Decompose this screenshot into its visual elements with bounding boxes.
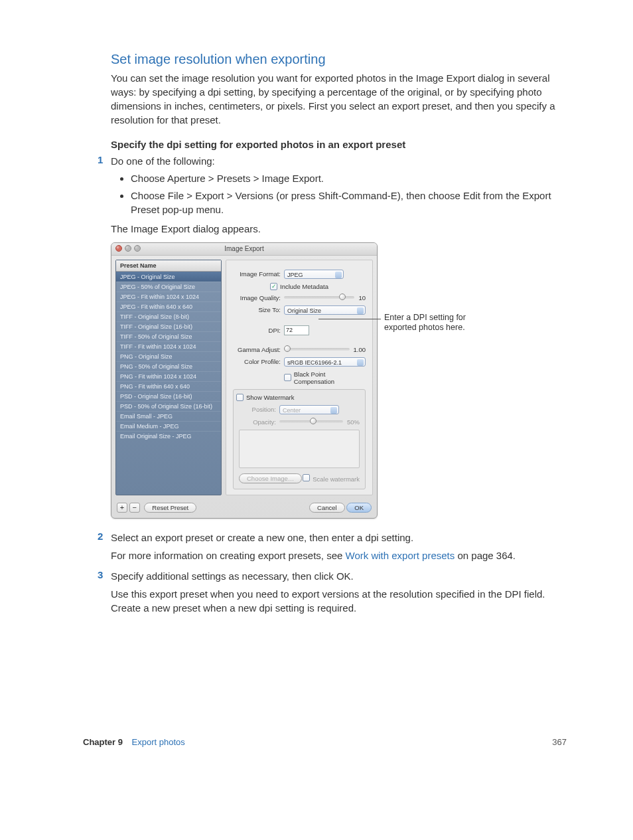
image-quality-value: 10 [358, 294, 366, 301]
settings-pane: Image Format: JPEG ✓ Include Metadata Im… [226, 260, 373, 495]
preset-item[interactable]: PNG - 50% of Original Size [116, 361, 221, 371]
preset-item[interactable]: TIFF - Fit within 1024 x 1024 [116, 341, 221, 351]
gamma-slider[interactable] [284, 348, 350, 351]
footer-chapter: Chapter 9 [83, 737, 123, 747]
preset-item[interactable]: PNG - Fit within 640 x 640 [116, 381, 221, 391]
close-icon[interactable] [115, 245, 122, 252]
zoom-icon[interactable] [134, 245, 141, 252]
preset-item[interactable]: Email Small - JPEG [116, 411, 221, 421]
opacity-label: Opacity: [239, 418, 279, 426]
size-to-label: Size To: [233, 306, 284, 313]
preset-item[interactable]: JPEG - 50% of Original Size [116, 282, 221, 292]
preset-item[interactable]: PNG - Original Size [116, 351, 221, 361]
scale-watermark-checkbox[interactable] [303, 474, 310, 481]
dialog-title-bar: Image Export [111, 243, 377, 256]
footer-page-number: 367 [552, 737, 567, 747]
preset-item[interactable]: JPEG - Original Size [116, 272, 221, 282]
ok-button[interactable]: OK [346, 503, 372, 513]
preset-item[interactable]: Email Original Size - JPEG [116, 431, 221, 441]
size-to-select[interactable]: Original Size [284, 305, 366, 315]
preset-item[interactable]: JPEG - Fit within 1024 x 1024 [116, 292, 221, 301]
opacity-value: 50% [347, 418, 360, 426]
black-point-checkbox[interactable] [284, 374, 291, 381]
callout-connector [318, 319, 381, 319]
step-number-3: 3 [83, 569, 111, 580]
step-text-1: Do one of the following: [111, 154, 567, 168]
footer-title: Export photos [132, 737, 185, 747]
image-format-select[interactable]: JPEG [284, 270, 344, 279]
procedure-title: Specify the dpi setting for exported pho… [111, 139, 567, 150]
preset-item[interactable]: PNG - Fit within 1024 x 1024 [116, 371, 221, 381]
color-profile-label: Color Profile: [233, 358, 284, 365]
black-point-label: Black Point Compensation [294, 371, 366, 385]
preset-item[interactable]: PSD - Original Size (16-bit) [116, 391, 221, 401]
preset-item[interactable]: JPEG - Fit within 640 x 640 [116, 301, 221, 311]
bullet-item: Choose File > Export > Versions (or pres… [131, 189, 567, 216]
section-heading: Set image resolution when exporting [111, 52, 567, 67]
preset-item[interactable]: TIFF - Original Size (16-bit) [116, 321, 221, 331]
step-number-2: 2 [83, 531, 111, 542]
sidebar-header: Preset Name [116, 260, 221, 272]
after-bullets-text: The Image Export dialog appears. [111, 222, 567, 236]
preset-item[interactable]: PSD - 50% of Original Size (16-bit) [116, 401, 221, 411]
watermark-preview [239, 430, 360, 468]
callout-text: Enter a DPI setting for exported photos … [384, 313, 500, 333]
preset-item[interactable]: Email Medium - JPEG [116, 421, 221, 431]
image-quality-label: Image Quality: [233, 294, 284, 301]
dialog-title: Image Export [224, 245, 263, 252]
include-metadata-checkbox[interactable]: ✓ [270, 283, 277, 290]
bullet-item: Choose Aperture > Presets > Image Export… [131, 172, 567, 185]
step-3-followup: Use this export preset when you need to … [111, 587, 567, 615]
dpi-input[interactable]: 72 [284, 325, 309, 335]
add-preset-button[interactable]: + [117, 503, 127, 513]
minimize-icon[interactable] [125, 245, 131, 252]
gamma-value: 1.00 [354, 346, 366, 353]
export-presets-link[interactable]: Work with export presets [346, 550, 455, 561]
image-quality-slider[interactable] [284, 296, 354, 299]
watermark-panel: Show Watermark Position: Center Opacity:… [233, 389, 366, 489]
window-controls [115, 245, 141, 252]
intro-paragraph: You can set the image resolution you wan… [111, 71, 567, 127]
image-format-label: Image Format: [233, 270, 284, 278]
position-label: Position: [239, 406, 279, 413]
show-watermark-label: Show Watermark [246, 394, 295, 401]
preset-item[interactable]: TIFF - Original Size (8-bit) [116, 311, 221, 321]
remove-preset-button[interactable]: − [129, 503, 140, 513]
include-metadata-label: Include Metadata [280, 283, 328, 290]
color-profile-select[interactable]: sRGB IEC61966-2.1 [284, 357, 366, 367]
preset-item[interactable]: TIFF - 50% of Original Size [116, 331, 221, 341]
step-text-2: Select an export preset or create a new … [111, 531, 567, 545]
choose-image-button[interactable]: Choose Image… [239, 473, 302, 483]
dpi-label: DPI: [233, 327, 284, 334]
scale-watermark-label: Scale watermark [313, 475, 360, 483]
preset-list[interactable]: JPEG - Original SizeJPEG - 50% of Origin… [116, 272, 221, 441]
reset-preset-button[interactable]: Reset Preset [144, 503, 196, 513]
gamma-label: Gamma Adjust: [233, 346, 284, 353]
show-watermark-checkbox[interactable] [236, 394, 244, 401]
image-export-dialog-figure: Image Export Preset Name JPEG - Original… [111, 242, 506, 519]
opacity-slider[interactable] [279, 420, 343, 423]
page-footer: Chapter 9 Export photos 367 [83, 737, 567, 747]
step-text-3: Specify additional settings as necessary… [111, 569, 567, 583]
cancel-button[interactable]: Cancel [309, 503, 345, 513]
step-2-followup: For more information on creating export … [111, 548, 567, 562]
position-select[interactable]: Center [279, 405, 339, 414]
step-number-1: 1 [83, 154, 111, 165]
